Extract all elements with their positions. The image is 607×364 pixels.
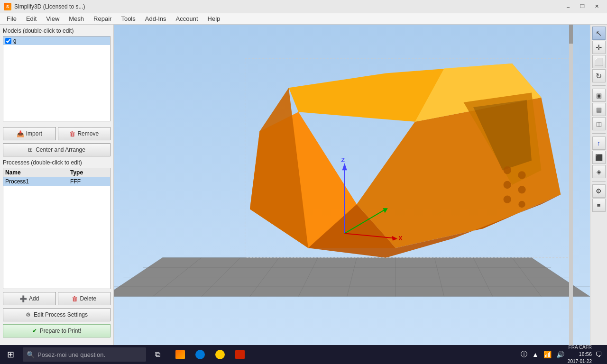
center-arrange-button[interactable]: ⊞ Center and Arrange <box>3 143 110 156</box>
search-input[interactable] <box>37 351 132 358</box>
processes-btn-row: ➕ Add 🗑 Delete ⚙ Edit Process Settings ✔… <box>3 292 110 340</box>
clock-locale: FRA CAFR <box>568 344 592 351</box>
svg-point-31 <box>504 196 511 203</box>
tray-icon-sound[interactable]: 🔊 <box>555 350 566 359</box>
add-label: Add <box>29 295 39 302</box>
settings-icon: ⚙ <box>26 311 31 318</box>
main-layout: Models (double-click to edit) g 📥 Import… <box>0 25 607 345</box>
viewport-3d[interactable]: Z X <box>114 25 590 345</box>
axis-z-button[interactable]: ↑ <box>592 136 606 150</box>
add-delete-row: ➕ Add 🗑 Delete <box>3 292 110 305</box>
notification-icon[interactable]: 🗨 <box>594 350 603 359</box>
taskbar-app-browser[interactable] <box>191 345 210 364</box>
window-title: Simplify3D (Licensed to s...) <box>14 3 561 10</box>
menu-item-help[interactable]: Help <box>203 13 225 24</box>
processes-table: Name Type Process1 FFF <box>3 168 110 289</box>
view-side-button[interactable]: ▤ <box>592 103 606 116</box>
app-icon: S <box>4 3 11 10</box>
view-top-button[interactable]: ◫ <box>592 117 606 130</box>
titlebar: S Simplify3D (Licensed to s...) – ❐ ✕ <box>0 0 607 13</box>
tray-icon-info[interactable]: ⓘ <box>519 349 529 360</box>
settings-button[interactable]: ⚙ <box>592 184 606 198</box>
view-iso-button[interactable]: ◈ <box>592 165 606 178</box>
processes-section: Processes (double-click to edit) Name Ty… <box>3 159 110 292</box>
taskbar-app-red[interactable] <box>230 345 249 364</box>
menu-item-edit[interactable]: Edit <box>21 13 41 24</box>
prepare-to-print-label: Prepare to Print! <box>40 328 81 334</box>
model-checkbox[interactable] <box>5 38 11 44</box>
maximize-button[interactable]: ❐ <box>576 2 589 11</box>
move-tool-button[interactable]: ✛ <box>592 41 606 54</box>
view-box-button[interactable]: ⬛ <box>592 151 606 164</box>
task-view-button[interactable]: ⧉ <box>148 345 167 364</box>
center-arrange-label: Center and Arrange <box>36 146 85 153</box>
menubar: FileEditViewMeshRepairToolsAdd-InsAccoun… <box>0 13 607 25</box>
search-icon: 🔍 <box>27 351 35 358</box>
toolbar-separator-1 <box>592 85 606 86</box>
scale-tool-button[interactable]: ⬜ <box>592 55 606 68</box>
rotate-tool-button[interactable]: ↻ <box>592 69 606 82</box>
delete-icon: 🗑 <box>72 295 78 302</box>
scrollbar-thumb[interactable] <box>569 25 573 44</box>
viewport-svg: Z X <box>114 25 590 345</box>
delete-label: Delete <box>80 295 96 302</box>
svg-text:Z: Z <box>341 157 345 164</box>
processes-table-header: Name Type <box>3 168 110 177</box>
svg-point-28 <box>518 171 525 179</box>
process-row[interactable]: Process1 FFF <box>3 177 110 186</box>
svg-text:X: X <box>398 235 403 242</box>
app-icon-browser <box>195 350 205 359</box>
layers-button[interactable]: ≡ <box>592 199 606 212</box>
taskbar-app-simplify3d[interactable] <box>171 345 190 364</box>
select-tool-button[interactable]: ↖ <box>592 27 606 40</box>
prepare-icon: ✔ <box>32 328 37 334</box>
app-icon-red <box>235 350 245 359</box>
remove-label: Remove <box>77 130 99 137</box>
window-controls: – ❐ ✕ <box>561 2 603 11</box>
processes-label: Processes (double-click to edit) <box>3 159 110 166</box>
minimize-button[interactable]: – <box>561 2 575 11</box>
col-header-type: Type <box>70 169 108 176</box>
tray-icon-wifi[interactable]: 📶 <box>542 350 553 359</box>
taskbar-search-box[interactable]: 🔍 <box>23 347 146 362</box>
remove-icon: 🗑 <box>69 130 75 137</box>
start-button[interactable]: ⊞ <box>0 345 21 364</box>
taskbar-apps <box>171 345 249 364</box>
menu-item-tools[interactable]: Tools <box>116 13 140 24</box>
menu-item-file[interactable]: File <box>2 13 21 24</box>
import-icon: 📥 <box>17 130 24 137</box>
model-name: g <box>13 37 17 44</box>
prepare-to-print-button[interactable]: ✔ Prepare to Print! <box>3 324 110 337</box>
view-front-button[interactable]: ▣ <box>592 89 606 102</box>
toolbar-separator-3 <box>592 181 606 182</box>
model-item[interactable]: g <box>3 36 110 45</box>
menu-item-mesh[interactable]: Mesh <box>64 13 89 24</box>
add-process-button[interactable]: ➕ Add <box>3 292 56 305</box>
import-button[interactable]: 📥 Import <box>3 127 56 140</box>
process-name: Process1 <box>5 178 70 185</box>
remove-button[interactable]: 🗑 Remove <box>58 127 111 140</box>
close-button[interactable]: ✕ <box>590 2 603 11</box>
edit-process-settings-label: Edit Process Settings <box>34 311 88 318</box>
right-toolbar: ↖ ✛ ⬜ ↻ ▣ ▤ ◫ ↑ ⬛ ◈ ⚙ ≡ <box>590 25 607 345</box>
delete-process-button[interactable]: 🗑 Delete <box>58 292 111 305</box>
viewport-scrollbar[interactable] <box>569 25 573 345</box>
models-label: Models (double-click to edit) <box>3 27 110 34</box>
menu-item-repair[interactable]: Repair <box>89 13 116 24</box>
menu-item-view[interactable]: View <box>41 13 64 24</box>
system-clock[interactable]: FRA CAFR 16:56 2017-01-22 <box>568 344 592 364</box>
left-panel: Models (double-click to edit) g 📥 Import… <box>0 25 114 345</box>
app-icon-yellow <box>215 350 225 359</box>
import-label: Import <box>26 130 42 137</box>
tray-icon-expand[interactable]: ▲ <box>531 350 540 359</box>
menu-item-account[interactable]: Account <box>171 13 203 24</box>
menu-item-add-ins[interactable]: Add-Ins <box>140 13 171 24</box>
taskbar: ⊞ 🔍 ⧉ ⓘ ▲ 📶 🔊 FRA CAFR 16:56 2017-01- <box>0 345 607 364</box>
windows-icon: ⊞ <box>7 349 14 360</box>
taskbar-right: ⓘ ▲ 📶 🔊 FRA CAFR 16:56 2017-01-22 🗨 <box>519 344 607 364</box>
svg-point-32 <box>518 201 525 208</box>
models-list: g <box>3 36 110 121</box>
col-header-name: Name <box>5 169 70 176</box>
edit-process-settings-button[interactable]: ⚙ Edit Process Settings <box>3 308 110 321</box>
taskbar-app-yellow[interactable] <box>211 345 230 364</box>
